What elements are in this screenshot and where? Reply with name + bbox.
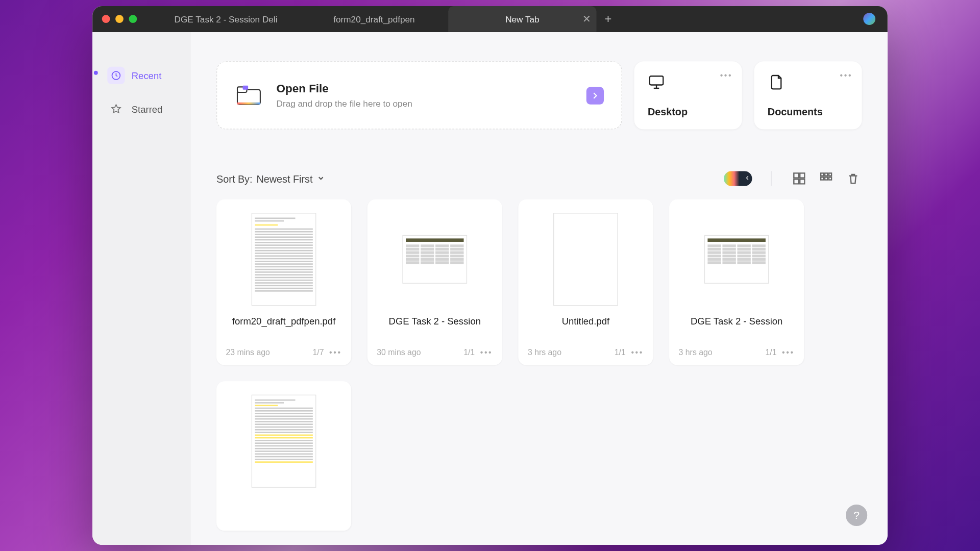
svg-rect-9	[800, 179, 804, 184]
file-pages: 1/7	[312, 347, 324, 357]
file-name: Untitled.pdf	[528, 315, 644, 341]
help-button[interactable]: ?	[846, 505, 867, 526]
file-thumbnail	[226, 391, 342, 492]
tab-label: New Tab	[505, 14, 539, 24]
svg-rect-6	[794, 173, 798, 178]
file-age: 3 hrs ago	[528, 347, 561, 357]
sidebar: Recent Starred	[92, 32, 191, 545]
file-meta: 23 mins ago1/7•••	[226, 347, 342, 357]
document-tabs: DGE Task 2 - Session Deli form20_draft_p…	[152, 6, 596, 32]
folder-open-icon	[235, 81, 264, 110]
location-label: Documents	[768, 106, 848, 117]
more-icon[interactable]: •••	[720, 71, 733, 80]
file-thumbnail	[377, 209, 493, 310]
svg-rect-10	[821, 173, 823, 176]
location-card-documents[interactable]: ••• Documents	[754, 61, 862, 129]
color-filter-toggle[interactable]	[724, 171, 752, 186]
svg-rect-8	[794, 179, 798, 184]
main-content: Open File Drag and drop the file here to…	[191, 32, 888, 545]
more-icon[interactable]: •••	[782, 347, 795, 357]
file-thumbnail	[679, 209, 795, 310]
star-icon	[107, 101, 125, 118]
open-file-title: Open File	[277, 82, 412, 95]
top-row: Open File Drag and drop the file here to…	[216, 61, 862, 129]
file-meta: 3 hrs ago1/1•••	[679, 347, 795, 357]
file-name	[226, 497, 342, 522]
file-pages: 1/1	[615, 347, 626, 357]
file-card[interactable]	[216, 381, 351, 531]
file-card[interactable]: form20_draft_pdfpen.pdf23 mins ago1/7•••	[216, 199, 351, 365]
separator	[771, 171, 771, 186]
file-thumbnail	[528, 209, 644, 310]
svg-rect-11	[825, 173, 827, 176]
open-file-text: Open File Drag and drop the file here to…	[277, 82, 412, 108]
window-minimize-button[interactable]	[115, 15, 124, 23]
svg-rect-13	[821, 177, 823, 180]
window-maximize-button[interactable]	[129, 15, 137, 23]
sort-value: Newest First	[256, 173, 312, 184]
location-label: Desktop	[648, 106, 728, 117]
sidebar-item-recent[interactable]: Recent	[98, 61, 186, 89]
file-thumbnail	[226, 209, 342, 310]
clock-icon	[107, 67, 125, 84]
file-age: 30 mins ago	[377, 347, 421, 357]
svg-rect-15	[829, 177, 831, 180]
file-meta: 3 hrs ago1/1•••	[528, 347, 644, 357]
view-large-grid-button[interactable]	[791, 170, 808, 187]
file-meta: 30 mins ago1/1•••	[377, 347, 493, 357]
sort-dropdown[interactable]: Sort By: Newest First	[216, 173, 325, 184]
open-file-arrow-button[interactable]	[586, 87, 604, 104]
profile-avatar[interactable]	[863, 13, 875, 25]
documents-icon	[768, 73, 785, 91]
svg-rect-3	[243, 85, 249, 89]
file-card[interactable]: DGE Task 2 - Session3 hrs ago1/1•••	[669, 199, 804, 365]
app-window: DGE Task 2 - Session Deli form20_draft_p…	[92, 6, 888, 545]
file-card[interactable]: Untitled.pdf3 hrs ago1/1•••	[518, 199, 653, 365]
close-tab-icon[interactable]: ✕	[582, 13, 591, 25]
svg-rect-12	[829, 173, 831, 176]
svg-rect-14	[825, 177, 827, 180]
more-icon[interactable]: •••	[631, 347, 644, 357]
open-file-subtitle: Drag and drop the file here to open	[277, 98, 412, 109]
delete-button[interactable]	[844, 170, 862, 187]
more-icon[interactable]: •••	[840, 71, 853, 80]
file-age: 23 mins ago	[226, 347, 270, 357]
file-name: DGE Task 2 - Session	[377, 315, 493, 341]
tab-form20[interactable]: form20_draft_pdfpen	[300, 6, 448, 32]
titlebar: DGE Task 2 - Session Deli form20_draft_p…	[92, 6, 888, 32]
sidebar-active-indicator	[94, 71, 98, 75]
tab-new[interactable]: New Tab ✕	[448, 6, 596, 32]
files-grid: form20_draft_pdfpen.pdf23 mins ago1/7•••…	[216, 199, 862, 531]
sidebar-item-starred[interactable]: Starred	[98, 95, 186, 123]
file-age: 3 hrs ago	[679, 347, 713, 357]
sidebar-label: Starred	[132, 104, 163, 114]
desktop-icon	[648, 73, 665, 91]
svg-rect-7	[800, 173, 804, 178]
sidebar-label: Recent	[132, 70, 162, 81]
svg-rect-4	[237, 102, 260, 104]
traffic-lights	[92, 15, 137, 23]
file-name: form20_draft_pdfpen.pdf	[226, 315, 342, 341]
file-pages: 1/1	[765, 347, 776, 357]
window-close-button[interactable]	[102, 15, 110, 23]
open-file-dropzone[interactable]: Open File Drag and drop the file here to…	[216, 61, 622, 129]
more-icon[interactable]: •••	[329, 347, 342, 357]
app-body: Recent Starred Open File Drag and drop t…	[92, 32, 888, 545]
new-tab-button[interactable]: +	[597, 12, 620, 26]
tab-dge-task[interactable]: DGE Task 2 - Session Deli	[152, 6, 300, 32]
chevron-down-icon	[316, 174, 325, 183]
more-icon[interactable]: •••	[480, 347, 493, 357]
file-card[interactable]: DGE Task 2 - Session30 mins ago1/1•••	[368, 199, 502, 365]
file-name: DGE Task 2 - Session	[679, 315, 795, 341]
list-controls: Sort By: Newest First	[216, 170, 862, 187]
view-small-grid-button[interactable]	[818, 170, 835, 187]
file-pages: 1/1	[463, 347, 475, 357]
location-card-desktop[interactable]: ••• Desktop	[634, 61, 742, 129]
sort-prefix: Sort By:	[216, 173, 252, 184]
svg-rect-5	[650, 76, 663, 85]
